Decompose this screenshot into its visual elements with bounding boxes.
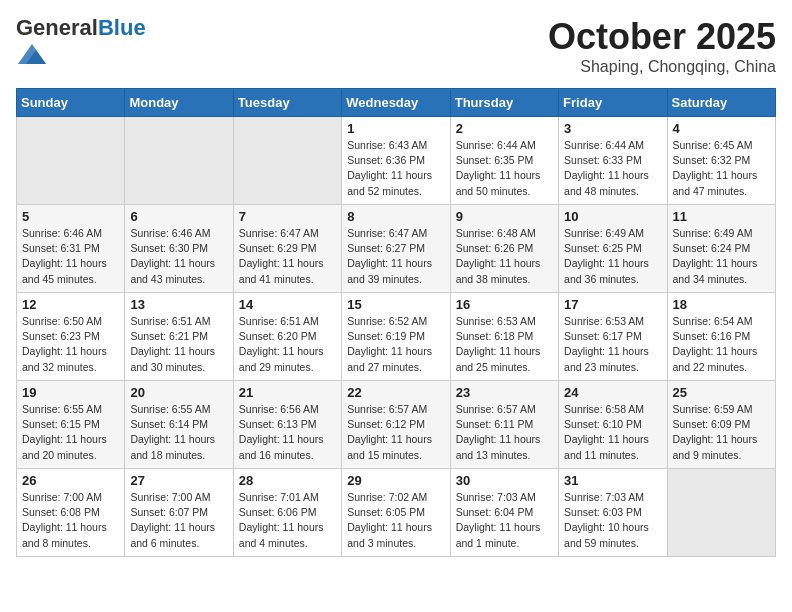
calendar-cell: 29Sunrise: 7:02 AM Sunset: 6:05 PM Dayli… bbox=[342, 469, 450, 557]
day-number: 14 bbox=[239, 297, 336, 312]
calendar-cell: 10Sunrise: 6:49 AM Sunset: 6:25 PM Dayli… bbox=[559, 205, 667, 293]
calendar-cell: 12Sunrise: 6:50 AM Sunset: 6:23 PM Dayli… bbox=[17, 293, 125, 381]
logo-general-text: General bbox=[16, 15, 98, 40]
day-info: Sunrise: 7:02 AM Sunset: 6:05 PM Dayligh… bbox=[347, 490, 444, 551]
calendar-cell: 24Sunrise: 6:58 AM Sunset: 6:10 PM Dayli… bbox=[559, 381, 667, 469]
day-number: 16 bbox=[456, 297, 553, 312]
week-row-2: 5Sunrise: 6:46 AM Sunset: 6:31 PM Daylig… bbox=[17, 205, 776, 293]
day-number: 11 bbox=[673, 209, 770, 224]
calendar-cell: 9Sunrise: 6:48 AM Sunset: 6:26 PM Daylig… bbox=[450, 205, 558, 293]
day-number: 3 bbox=[564, 121, 661, 136]
calendar-body: 1Sunrise: 6:43 AM Sunset: 6:36 PM Daylig… bbox=[17, 117, 776, 557]
day-number: 2 bbox=[456, 121, 553, 136]
calendar-cell bbox=[125, 117, 233, 205]
day-info: Sunrise: 6:43 AM Sunset: 6:36 PM Dayligh… bbox=[347, 138, 444, 199]
day-number: 30 bbox=[456, 473, 553, 488]
day-info: Sunrise: 6:57 AM Sunset: 6:11 PM Dayligh… bbox=[456, 402, 553, 463]
day-number: 21 bbox=[239, 385, 336, 400]
calendar-cell bbox=[17, 117, 125, 205]
calendar-cell: 7Sunrise: 6:47 AM Sunset: 6:29 PM Daylig… bbox=[233, 205, 341, 293]
day-info: Sunrise: 6:46 AM Sunset: 6:31 PM Dayligh… bbox=[22, 226, 119, 287]
day-number: 15 bbox=[347, 297, 444, 312]
week-row-4: 19Sunrise: 6:55 AM Sunset: 6:15 PM Dayli… bbox=[17, 381, 776, 469]
logo-icon bbox=[18, 40, 46, 68]
day-number: 28 bbox=[239, 473, 336, 488]
weekday-header-monday: Monday bbox=[125, 89, 233, 117]
day-info: Sunrise: 6:52 AM Sunset: 6:19 PM Dayligh… bbox=[347, 314, 444, 375]
week-row-3: 12Sunrise: 6:50 AM Sunset: 6:23 PM Dayli… bbox=[17, 293, 776, 381]
day-number: 7 bbox=[239, 209, 336, 224]
logo: GeneralBlue bbox=[16, 16, 146, 72]
day-info: Sunrise: 7:00 AM Sunset: 6:07 PM Dayligh… bbox=[130, 490, 227, 551]
day-info: Sunrise: 6:48 AM Sunset: 6:26 PM Dayligh… bbox=[456, 226, 553, 287]
day-info: Sunrise: 6:55 AM Sunset: 6:14 PM Dayligh… bbox=[130, 402, 227, 463]
day-info: Sunrise: 6:53 AM Sunset: 6:18 PM Dayligh… bbox=[456, 314, 553, 375]
week-row-1: 1Sunrise: 6:43 AM Sunset: 6:36 PM Daylig… bbox=[17, 117, 776, 205]
day-number: 29 bbox=[347, 473, 444, 488]
day-info: Sunrise: 6:47 AM Sunset: 6:29 PM Dayligh… bbox=[239, 226, 336, 287]
day-number: 4 bbox=[673, 121, 770, 136]
day-number: 10 bbox=[564, 209, 661, 224]
calendar-cell: 3Sunrise: 6:44 AM Sunset: 6:33 PM Daylig… bbox=[559, 117, 667, 205]
month-title: October 2025 bbox=[548, 16, 776, 58]
calendar-cell: 30Sunrise: 7:03 AM Sunset: 6:04 PM Dayli… bbox=[450, 469, 558, 557]
calendar-cell: 21Sunrise: 6:56 AM Sunset: 6:13 PM Dayli… bbox=[233, 381, 341, 469]
day-number: 24 bbox=[564, 385, 661, 400]
weekday-header-thursday: Thursday bbox=[450, 89, 558, 117]
calendar-cell: 1Sunrise: 6:43 AM Sunset: 6:36 PM Daylig… bbox=[342, 117, 450, 205]
day-info: Sunrise: 6:47 AM Sunset: 6:27 PM Dayligh… bbox=[347, 226, 444, 287]
calendar-cell bbox=[667, 469, 775, 557]
day-info: Sunrise: 6:58 AM Sunset: 6:10 PM Dayligh… bbox=[564, 402, 661, 463]
day-number: 17 bbox=[564, 297, 661, 312]
calendar-cell: 11Sunrise: 6:49 AM Sunset: 6:24 PM Dayli… bbox=[667, 205, 775, 293]
day-info: Sunrise: 6:55 AM Sunset: 6:15 PM Dayligh… bbox=[22, 402, 119, 463]
day-number: 23 bbox=[456, 385, 553, 400]
calendar-cell bbox=[233, 117, 341, 205]
weekday-header-sunday: Sunday bbox=[17, 89, 125, 117]
day-info: Sunrise: 7:00 AM Sunset: 6:08 PM Dayligh… bbox=[22, 490, 119, 551]
logo-blue-text: Blue bbox=[98, 15, 146, 40]
calendar-cell: 25Sunrise: 6:59 AM Sunset: 6:09 PM Dayli… bbox=[667, 381, 775, 469]
day-info: Sunrise: 6:53 AM Sunset: 6:17 PM Dayligh… bbox=[564, 314, 661, 375]
calendar-cell: 5Sunrise: 6:46 AM Sunset: 6:31 PM Daylig… bbox=[17, 205, 125, 293]
day-number: 19 bbox=[22, 385, 119, 400]
day-info: Sunrise: 6:50 AM Sunset: 6:23 PM Dayligh… bbox=[22, 314, 119, 375]
location: Shaping, Chongqing, China bbox=[548, 58, 776, 76]
calendar-cell: 18Sunrise: 6:54 AM Sunset: 6:16 PM Dayli… bbox=[667, 293, 775, 381]
day-info: Sunrise: 6:49 AM Sunset: 6:25 PM Dayligh… bbox=[564, 226, 661, 287]
day-info: Sunrise: 6:56 AM Sunset: 6:13 PM Dayligh… bbox=[239, 402, 336, 463]
calendar-table: SundayMondayTuesdayWednesdayThursdayFrid… bbox=[16, 88, 776, 557]
calendar-header-row: SundayMondayTuesdayWednesdayThursdayFrid… bbox=[17, 89, 776, 117]
weekday-header-wednesday: Wednesday bbox=[342, 89, 450, 117]
day-info: Sunrise: 6:46 AM Sunset: 6:30 PM Dayligh… bbox=[130, 226, 227, 287]
calendar-cell: 19Sunrise: 6:55 AM Sunset: 6:15 PM Dayli… bbox=[17, 381, 125, 469]
calendar-cell: 15Sunrise: 6:52 AM Sunset: 6:19 PM Dayli… bbox=[342, 293, 450, 381]
day-number: 13 bbox=[130, 297, 227, 312]
day-number: 25 bbox=[673, 385, 770, 400]
day-number: 12 bbox=[22, 297, 119, 312]
day-number: 27 bbox=[130, 473, 227, 488]
calendar-cell: 27Sunrise: 7:00 AM Sunset: 6:07 PM Dayli… bbox=[125, 469, 233, 557]
week-row-5: 26Sunrise: 7:00 AM Sunset: 6:08 PM Dayli… bbox=[17, 469, 776, 557]
day-info: Sunrise: 6:49 AM Sunset: 6:24 PM Dayligh… bbox=[673, 226, 770, 287]
day-info: Sunrise: 6:54 AM Sunset: 6:16 PM Dayligh… bbox=[673, 314, 770, 375]
page-header: GeneralBlue October 2025 Shaping, Chongq… bbox=[16, 16, 776, 76]
day-info: Sunrise: 6:45 AM Sunset: 6:32 PM Dayligh… bbox=[673, 138, 770, 199]
calendar-cell: 23Sunrise: 6:57 AM Sunset: 6:11 PM Dayli… bbox=[450, 381, 558, 469]
calendar-cell: 13Sunrise: 6:51 AM Sunset: 6:21 PM Dayli… bbox=[125, 293, 233, 381]
calendar-cell: 20Sunrise: 6:55 AM Sunset: 6:14 PM Dayli… bbox=[125, 381, 233, 469]
day-number: 9 bbox=[456, 209, 553, 224]
calendar-cell: 2Sunrise: 6:44 AM Sunset: 6:35 PM Daylig… bbox=[450, 117, 558, 205]
calendar-cell: 28Sunrise: 7:01 AM Sunset: 6:06 PM Dayli… bbox=[233, 469, 341, 557]
calendar-cell: 6Sunrise: 6:46 AM Sunset: 6:30 PM Daylig… bbox=[125, 205, 233, 293]
calendar-cell: 17Sunrise: 6:53 AM Sunset: 6:17 PM Dayli… bbox=[559, 293, 667, 381]
day-info: Sunrise: 6:44 AM Sunset: 6:35 PM Dayligh… bbox=[456, 138, 553, 199]
calendar-cell: 8Sunrise: 6:47 AM Sunset: 6:27 PM Daylig… bbox=[342, 205, 450, 293]
day-number: 5 bbox=[22, 209, 119, 224]
day-number: 31 bbox=[564, 473, 661, 488]
calendar-cell: 4Sunrise: 6:45 AM Sunset: 6:32 PM Daylig… bbox=[667, 117, 775, 205]
day-info: Sunrise: 7:03 AM Sunset: 6:04 PM Dayligh… bbox=[456, 490, 553, 551]
day-info: Sunrise: 6:51 AM Sunset: 6:21 PM Dayligh… bbox=[130, 314, 227, 375]
day-number: 22 bbox=[347, 385, 444, 400]
day-number: 6 bbox=[130, 209, 227, 224]
